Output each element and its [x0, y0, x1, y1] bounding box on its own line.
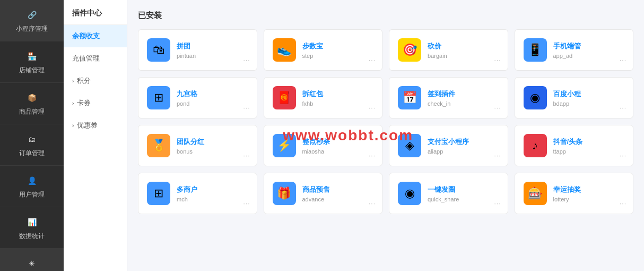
plugin-icon: 🛍	[147, 38, 170, 62]
sub-sidebar-item-recharge[interactable]: 充值管理	[64, 47, 127, 70]
plugin-more-button[interactable]: ···	[243, 200, 250, 207]
main-content: 已安装 🛍拼团pintuan···👟步数宝step···🎯砍价bargain··…	[127, 0, 644, 271]
plugin-card[interactable]: 📱手机端管app_ad···	[515, 29, 634, 71]
plugin-name: 一键发圈	[428, 185, 499, 194]
plugin-info: 抖音/头条ttapp	[553, 137, 625, 155]
sidebar-item-stats[interactable]: 📊 数据统计	[0, 207, 64, 249]
plugin-info: 一键发圈quick_share	[428, 185, 499, 202]
sidebar-item-miniprogram[interactable]: 🔗 小程序管理	[0, 0, 64, 41]
plugin-card[interactable]: 🎁商品预售advance···	[264, 173, 383, 214]
plugin-code: miaosha	[302, 148, 374, 155]
plugin-name: 支付宝小程序	[428, 137, 499, 147]
plugin-card[interactable]: 🎯砍价bargain···	[389, 29, 508, 71]
stats-icon: 📊	[24, 215, 39, 230]
plugin-name: 多商户	[177, 185, 248, 194]
plugin-more-button[interactable]: ···	[369, 152, 376, 159]
sidebar-item-label: 小程序管理	[16, 24, 48, 33]
sub-sidebar-item-label: 优惠券	[77, 121, 98, 130]
sub-sidebar-item-balance[interactable]: 余额收支	[64, 25, 127, 47]
plugin-more-button[interactable]: ···	[243, 104, 250, 112]
plugin-card[interactable]: 📅签到插件check_in···	[389, 77, 508, 118]
plugin-more-button[interactable]: ···	[620, 104, 626, 112]
plugin-code: pond	[177, 100, 248, 107]
plugin-info: 步数宝step	[302, 41, 374, 59]
plugin-grid: 🛍拼团pintuan···👟步数宝step···🎯砍价bargain···📱手机…	[138, 29, 633, 214]
plugin-icon: ⊞	[147, 182, 170, 205]
plugin-more-button[interactable]: ···	[494, 152, 501, 159]
plugin-code: quick_share	[428, 196, 499, 202]
sidebar-item-label: 订单管理	[19, 149, 45, 158]
plugin-more-button[interactable]: ···	[369, 56, 376, 64]
plugin-name: 步数宝	[302, 41, 374, 51]
sub-sidebar-item-label: 充值管理	[72, 54, 100, 63]
plugin-icon: 🎰	[524, 182, 547, 205]
chevron-right-icon: ›	[72, 123, 74, 129]
plugin-card[interactable]: ◉一键发圈quick_share···	[389, 173, 508, 214]
sub-sidebar-item-label: 余额收支	[72, 31, 100, 41]
plugin-more-button[interactable]: ···	[369, 200, 376, 207]
plugin-name: 拆红包	[302, 89, 374, 99]
plugin-card[interactable]: 🏅团队分红bonus···	[138, 125, 257, 166]
sub-sidebar-item-label: 卡券	[77, 98, 91, 108]
plugin-more-button[interactable]: ···	[620, 200, 626, 207]
plugin-more-button[interactable]: ···	[620, 152, 626, 159]
sidebar-item-label: 店铺管理	[19, 66, 45, 75]
plugin-name: 砍价	[428, 41, 499, 51]
plugin-info: 拼团pintuan	[177, 41, 248, 59]
plugin-name: 百度小程	[553, 89, 625, 99]
plugin-more-button[interactable]: ···	[369, 104, 376, 112]
plugin-info: 团队分红bonus	[177, 137, 248, 155]
plugin-info: 幸运抽奖lottery	[553, 185, 625, 202]
sidebar-item-order[interactable]: 🗂 订单管理	[0, 124, 64, 166]
plugin-card[interactable]: 🧧拆红包fxhb···	[264, 77, 383, 118]
sub-sidebar-item-points[interactable]: › 积分	[64, 70, 127, 92]
main-sidebar: 🔗 小程序管理 🏪 店铺管理 📦 商品管理 🗂 订单管理 👤 用户管理 📊 数据…	[0, 0, 64, 271]
plugin-card[interactable]: 👟步数宝step···	[264, 29, 383, 71]
plugin-info: 手机端管app_ad	[553, 41, 625, 59]
plugin-more-button[interactable]: ···	[243, 56, 250, 64]
plugin-card[interactable]: ⚡整点秒杀miaosha···	[264, 125, 383, 166]
plugin-info: 百度小程bdapp	[553, 89, 625, 107]
chevron-right-icon: ›	[72, 100, 74, 106]
sidebar-item-marketing[interactable]: ✳ 营销中心	[0, 249, 64, 271]
plugin-icon: 👟	[273, 38, 296, 62]
plugin-card[interactable]: ⊞多商户mch···	[138, 173, 257, 214]
plugin-card[interactable]: ♪抖音/头条ttapp···	[515, 125, 634, 166]
plugin-card[interactable]: ◈支付宝小程序aliapp···	[389, 125, 508, 166]
plugin-name: 手机端管	[553, 41, 625, 51]
plugin-card[interactable]: 🎰幸运抽奖lottery···	[515, 173, 634, 214]
plugin-more-button[interactable]: ···	[243, 152, 250, 159]
plugin-name: 团队分红	[177, 137, 248, 147]
plugin-card[interactable]: 🛍拼团pintuan···	[138, 29, 257, 71]
section-title: 已安装	[138, 11, 633, 21]
plugin-info: 签到插件check_in	[428, 89, 499, 107]
sidebar-item-label: 用户管理	[19, 190, 45, 199]
plugin-code: fxhb	[302, 100, 374, 107]
sidebar-item-goods[interactable]: 📦 商品管理	[0, 83, 64, 124]
plugin-card[interactable]: ◉百度小程bdapp···	[515, 77, 634, 118]
sub-sidebar-item-label: 积分	[77, 76, 91, 86]
plugin-more-button[interactable]: ···	[620, 56, 626, 64]
plugin-icon: ◉	[398, 182, 421, 205]
user-icon: 👤	[24, 173, 39, 188]
plugin-name: 九宫格	[177, 89, 248, 99]
plugin-name: 抖音/头条	[553, 137, 625, 147]
plugin-card[interactable]: ⊞九宫格pond···	[138, 77, 257, 118]
plugin-code: ttapp	[553, 148, 625, 155]
sidebar-item-user[interactable]: 👤 用户管理	[0, 166, 64, 207]
plugin-more-button[interactable]: ···	[494, 200, 501, 207]
sidebar-item-store[interactable]: 🏪 店铺管理	[0, 41, 64, 83]
plugin-icon: 🎯	[398, 38, 421, 62]
store-icon: 🏪	[24, 49, 39, 64]
plugin-icon: ♪	[524, 134, 547, 157]
plugin-more-button[interactable]: ···	[494, 56, 501, 64]
sub-sidebar-item-card[interactable]: › 卡券	[64, 92, 127, 114]
plugin-more-button[interactable]: ···	[494, 104, 501, 112]
miniprogram-icon: 🔗	[24, 7, 39, 22]
sub-sidebar-item-coupon[interactable]: › 优惠券	[64, 114, 127, 137]
plugin-name: 拼团	[177, 41, 248, 51]
plugin-icon: ◈	[398, 134, 421, 157]
plugin-name: 商品预售	[302, 185, 374, 194]
plugin-code: advance	[302, 196, 374, 202]
plugin-info: 多商户mch	[177, 185, 248, 202]
